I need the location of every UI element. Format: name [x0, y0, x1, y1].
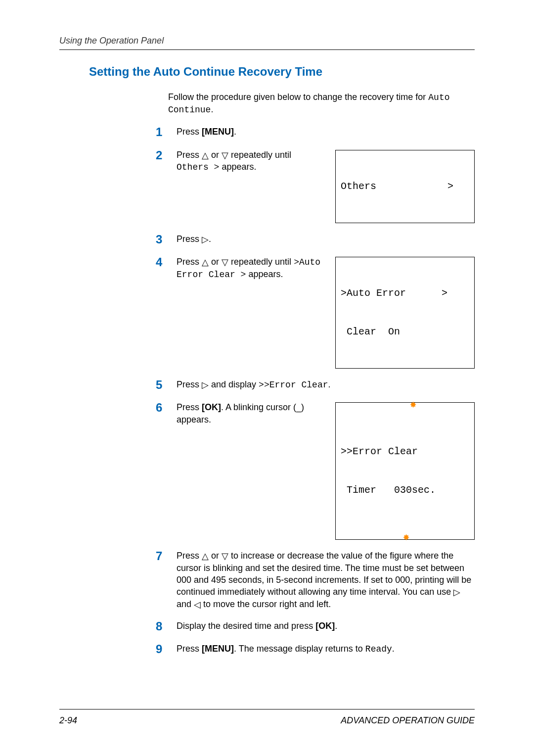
- text: Press: [177, 402, 202, 412]
- down-triangle-icon: ▽: [222, 550, 228, 562]
- step-2: 2 Press △ or ▽ repeatedly until Others >…: [156, 149, 475, 223]
- step-8: 8 Display the desired time and press [OK…: [156, 620, 475, 633]
- text: .: [209, 234, 211, 244]
- text: to move the cursor right and left.: [201, 599, 331, 609]
- mono-text: >>Error Clear: [259, 380, 328, 390]
- mono-text: Ready: [365, 644, 392, 654]
- running-header: Using the Operation Panel: [59, 35, 475, 47]
- steps-list: 1 Press [MENU]. 2 Press △ or ▽ repeatedl…: [156, 126, 475, 656]
- text: Press: [177, 127, 202, 137]
- step-7: 7 Press △ or ▽ to increase or decrease t…: [156, 550, 475, 610]
- menu-key-label: [MENU]: [202, 644, 234, 654]
- text: repeatedly until: [228, 150, 291, 160]
- page-footer: 2-94 ADVANCED OPERATION GUIDE: [59, 709, 475, 726]
- blink-star-icon: ✸: [403, 532, 409, 543]
- text: .: [335, 621, 337, 631]
- step-text: Press [MENU]. The message display return…: [177, 643, 475, 655]
- lcd-display: Others >: [335, 150, 475, 223]
- step-number: 8: [156, 620, 170, 633]
- intro-text: Follow the procedure given below to chan…: [168, 92, 428, 102]
- text: Press: [177, 150, 202, 160]
- step-text: Press ▷ and display >>Error Clear.: [177, 378, 475, 391]
- text: or: [209, 257, 222, 267]
- right-triangle-icon: ▷: [202, 379, 209, 391]
- step-5: 5 Press ▷ and display >>Error Clear.: [156, 378, 475, 391]
- up-triangle-icon: △: [202, 256, 209, 268]
- up-triangle-icon: △: [202, 550, 209, 562]
- text: or: [209, 150, 222, 160]
- text: and: [177, 599, 194, 609]
- guide-label: ADVANCED OPERATION GUIDE: [341, 714, 475, 726]
- step-number: 6: [156, 401, 170, 414]
- mono-text: Others >: [177, 162, 219, 172]
- text: .: [392, 644, 395, 654]
- step-number: 1: [156, 126, 170, 139]
- step-number: 9: [156, 643, 170, 656]
- lcd-display: ✸ >>Error Clear Timer 030sec. ✸: [335, 402, 475, 540]
- text: repeatedly until: [228, 257, 294, 267]
- step-9: 9 Press [MENU]. The message display retu…: [156, 643, 475, 656]
- step-text: Press △ or ▽ repeatedly until Others > a…: [177, 149, 325, 174]
- step-4: 4 Press △ or ▽ repeatedly until >Auto Er…: [156, 256, 475, 369]
- step-text: Press ▷.: [177, 233, 475, 245]
- step-text: Press △ or ▽ to increase or decrease the…: [177, 550, 475, 610]
- down-triangle-icon: ▽: [222, 149, 228, 161]
- text: and display: [209, 379, 259, 389]
- ok-key-label: [OK]: [202, 402, 221, 412]
- lcd-line: Timer 030sec.: [341, 484, 469, 497]
- step-6: 6 Press [OK]. A blinking cursor (_) appe…: [156, 401, 475, 540]
- menu-key-label: [MENU]: [202, 127, 234, 137]
- text: Press: [177, 257, 202, 267]
- lcd-line: >>Error Clear: [341, 445, 469, 458]
- top-rule: [59, 49, 475, 50]
- step-number: 7: [156, 550, 170, 563]
- bottom-rule: [59, 709, 475, 709]
- down-triangle-icon: ▽: [222, 256, 228, 268]
- page-number: 2-94: [59, 714, 77, 726]
- lcd-line: Others >: [341, 180, 469, 193]
- left-triangle-icon: ◁: [194, 599, 201, 611]
- lcd-line: >Auto Error >: [341, 287, 469, 300]
- step-number: 2: [156, 149, 170, 162]
- right-triangle-icon: ▷: [202, 234, 209, 245]
- text: Press: [177, 644, 202, 654]
- right-triangle-icon: ▷: [453, 586, 460, 598]
- text: .: [234, 127, 236, 137]
- step-text: Press [OK]. A blinking cursor (_) appear…: [177, 401, 325, 425]
- step-number: 4: [156, 256, 170, 269]
- text: Press: [177, 379, 202, 389]
- text: Display the desired time and press: [177, 621, 315, 631]
- section-title: Setting the Auto Continue Recovery Time: [89, 64, 475, 80]
- text: Press: [177, 551, 202, 561]
- step-number: 3: [156, 233, 170, 246]
- text: appears.: [246, 269, 283, 279]
- step-text: Press △ or ▽ repeatedly until >Auto Erro…: [177, 256, 325, 281]
- ok-key-label: [OK]: [315, 621, 335, 631]
- text: appears.: [219, 162, 256, 172]
- lcd-line: Clear On: [341, 326, 469, 338]
- intro-period: .: [211, 104, 213, 114]
- step-text: Press [MENU].: [177, 126, 475, 138]
- up-triangle-icon: △: [202, 149, 209, 161]
- page: Using the Operation Panel Setting the Au…: [0, 0, 534, 756]
- text: or: [209, 551, 222, 561]
- text: Press: [177, 234, 202, 244]
- step-text: Display the desired time and press [OK].: [177, 620, 475, 632]
- step-number: 5: [156, 378, 170, 391]
- intro-paragraph: Follow the procedure given below to chan…: [168, 91, 475, 116]
- step-3: 3 Press ▷.: [156, 233, 475, 246]
- text: . The message display returns to: [234, 644, 365, 654]
- lcd-display: >Auto Error > Clear On: [335, 257, 475, 369]
- text: .: [328, 379, 331, 389]
- step-1: 1 Press [MENU].: [156, 126, 475, 139]
- blink-star-icon: ✸: [410, 400, 416, 411]
